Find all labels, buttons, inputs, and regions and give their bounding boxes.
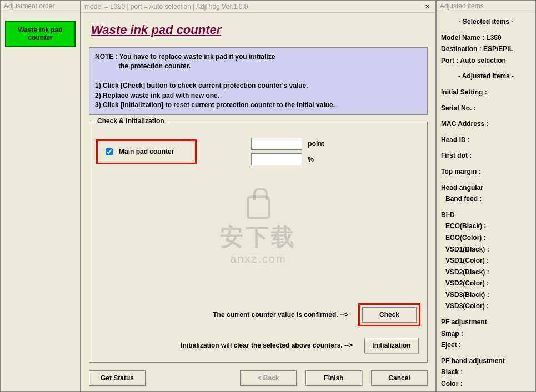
- check-button[interactable]: Check: [362, 307, 417, 323]
- point-unit: point: [308, 140, 324, 148]
- vsd1-color: VSD1(Color) :: [441, 255, 531, 266]
- waste-ink-pad-counter-button[interactable]: Waste ink pad counter: [5, 21, 76, 47]
- main-pad-checkbox[interactable]: [106, 148, 113, 155]
- watermark-text-small: anxz.com: [220, 252, 297, 265]
- initial-setting: Initial Setting :: [441, 87, 531, 98]
- adjustment-order-title: Adjustment order: [1, 1, 80, 12]
- smap: Smap :: [441, 329, 531, 339]
- adjusted-items-header: - Adjusted items -: [441, 71, 531, 82]
- mac-address: MAC Address :: [441, 119, 531, 129]
- eject: Eject :: [441, 340, 531, 350]
- note-step1: 1) Click [Check] button to check current…: [95, 81, 422, 91]
- first-dot: First dot :: [441, 150, 531, 161]
- head-id: Head ID :: [441, 135, 531, 145]
- destination: Destination : ESP/EPIL: [441, 44, 531, 54]
- main-pad-highlight: Main pad counter: [96, 139, 197, 164]
- page-title: Waste ink pad counter: [91, 23, 428, 37]
- adjustment-order-panel: Adjustment order Waste ink pad counter: [0, 0, 81, 392]
- note-line1: NOTE : You have to replace waste ink pad…: [95, 52, 422, 62]
- band-feed: Band feed :: [441, 194, 531, 204]
- check-initialization-fieldset: Check & Initialization Main pad counter …: [89, 122, 428, 363]
- confirm-text: The current counter value is confirmed. …: [213, 311, 348, 319]
- watermark-text-big: 安下载: [220, 221, 297, 252]
- main-dialog: model = L350 | port = Auto selection | A…: [81, 0, 436, 392]
- serial-no: Serial No. :: [441, 103, 531, 114]
- cancel-button[interactable]: Cancel: [371, 370, 428, 386]
- top-margin: Top margin :: [441, 167, 531, 177]
- lock-icon: [247, 195, 270, 219]
- note-box: NOTE : You have to replace waste ink pad…: [89, 47, 428, 115]
- percent-unit: %: [308, 155, 314, 163]
- pf-color: Color :: [441, 379, 531, 389]
- eco-color: ECO(Color) :: [441, 233, 531, 243]
- dialog-title-bar: model = L350 | port = Auto selection | A…: [81, 1, 435, 13]
- vsd3-black: VSD3(Black) :: [441, 290, 531, 300]
- pf-adjustment: PF adjustment: [441, 317, 531, 328]
- close-icon[interactable]: ×: [423, 2, 432, 11]
- note-step3: 3) Click [Initialization] to reset curre…: [95, 100, 422, 110]
- main-pad-label: Main pad counter: [119, 148, 174, 155]
- port: Port : Auto selection: [441, 56, 531, 66]
- dialog-title-text: model = L350 | port = Auto selection | A…: [84, 3, 248, 11]
- note-line2: the protection counter.: [95, 62, 422, 71]
- bi-d: Bi-D: [441, 210, 531, 220]
- adjusted-items-panel: Adjusted items - Selected items - Model …: [436, 0, 536, 392]
- adjusted-items-title: Adjusted items: [437, 1, 535, 12]
- bottom-button-row: Get Status < Back Finish Cancel: [89, 370, 428, 386]
- selected-items-header: - Selected items -: [441, 17, 531, 27]
- initialization-button[interactable]: Initialization: [364, 338, 419, 353]
- pf-band-adjustment: PF band adjustment: [441, 356, 531, 366]
- fieldset-legend: Check & Initialization: [95, 117, 167, 125]
- waste-btn-line1: Waste ink pad: [8, 26, 72, 34]
- vsd2-color: VSD2(Color) :: [441, 278, 531, 289]
- vsd2-black: VSD2(Black) :: [441, 267, 531, 278]
- check-button-highlight: Check: [358, 303, 420, 326]
- note-step2: 2) Replace waste ink pad with new one.: [95, 91, 422, 100]
- pf-black: Black :: [441, 367, 531, 378]
- get-status-button[interactable]: Get Status: [89, 370, 146, 386]
- eco-black: ECO(Black) :: [441, 221, 531, 232]
- head-angular: Head angular: [441, 183, 531, 193]
- vsd1-black: VSD1(Black) :: [441, 244, 531, 255]
- finish-button[interactable]: Finish: [305, 370, 362, 386]
- watermark: 安下载 anxz.com: [220, 195, 297, 265]
- model-name: Model Name : L350: [441, 33, 531, 43]
- percent-input[interactable]: [251, 153, 302, 165]
- vsd3-color: VSD3(Color) :: [441, 301, 531, 311]
- back-button[interactable]: < Back: [240, 370, 297, 386]
- init-text: Initialization will clear the selected a…: [181, 341, 353, 349]
- waste-btn-line2: counter: [8, 34, 72, 42]
- point-input[interactable]: [251, 138, 302, 150]
